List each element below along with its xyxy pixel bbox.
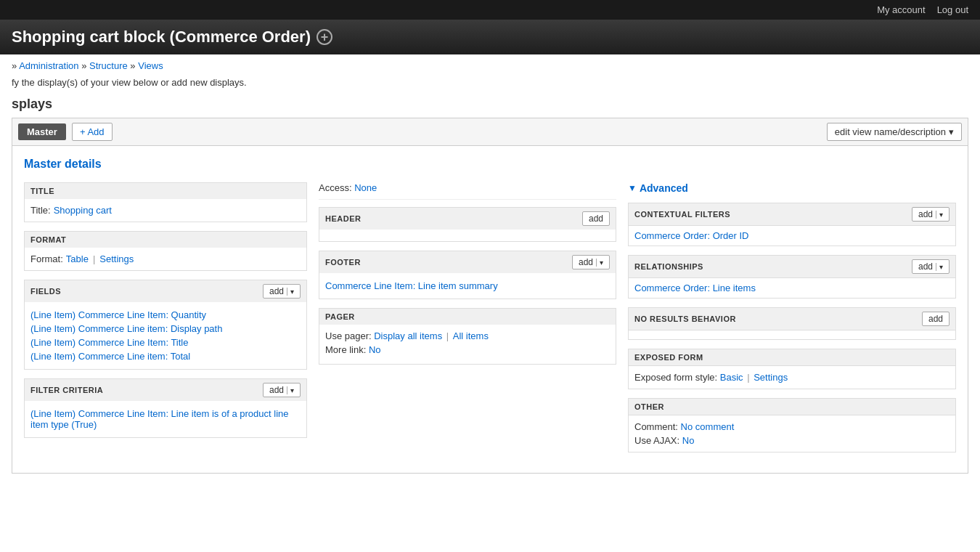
no-results-header: NO RESULTS BEHAVIOR add [628,307,956,330]
filter-add-button[interactable]: add ▾ [263,383,301,397]
breadcrumb-prefix: » [12,60,17,71]
other-body: Comment: No comment Use AJAX: No [628,415,956,452]
fields-section-body: (Line Item) Commerce Line Item: Quantity… [25,302,306,369]
other-section: OTHER Comment: No comment Use AJAX: No [628,398,956,452]
relationships-add-button[interactable]: add ▾ [912,259,950,274]
title-value-link[interactable]: Shopping cart [54,205,112,216]
top-bar: My account Log out [0,0,980,20]
fields-add-arrow[interactable]: ▾ [287,288,294,296]
format-settings-link[interactable]: Settings [99,253,134,264]
edit-view-button[interactable]: edit view name/description ▾ [827,123,962,141]
filter-criteria-label: FILTER CRITERIA [30,386,103,394]
breadcrumb-administration[interactable]: Administration [19,60,78,71]
fields-add-button[interactable]: add ▾ [263,284,301,299]
format-section-header: FORMAT [25,232,306,248]
displays-heading: splays [12,97,968,112]
access-label: Access: [319,182,352,193]
relationship-item[interactable]: Commerce Order: Line items [634,283,756,293]
footer-label: FOOTER [325,258,361,267]
exposed-form-label: EXPOSED FORM [634,353,703,362]
field-link-1[interactable]: (Line Item) Commerce Line item: Display … [30,323,222,334]
list-item: (Line Item) Commerce Line item: Display … [30,322,301,336]
add-display-button[interactable]: + Add [72,123,113,141]
contextual-filters-section: CONTEXTUAL FILTERS add ▾ Commerce Order:… [628,203,956,246]
master-tab[interactable]: Master [18,123,66,140]
no-results-body [628,330,956,340]
format-prefix-label: Format: [30,253,63,264]
footer-section: FOOTER add ▾ Commerce Line Item: Line it… [319,251,616,299]
filter-criteria-header: FILTER CRITERIA add ▾ [25,379,306,401]
filter-add-group: add ▾ [263,383,301,397]
other-header: OTHER [628,398,956,415]
comment-value[interactable]: No comment [681,421,735,432]
footer-item-link[interactable]: Commerce Line Item: Line item summary [325,280,498,291]
displays-section: splays Master + Add edit view name/descr… [0,97,980,485]
advanced-arrow-icon: ▼ [628,183,637,193]
no-results-add-button[interactable]: add [922,312,950,326]
exposed-form-body: Exposed form style: Basic | Settings [628,365,956,389]
exposed-settings-link[interactable]: Settings [754,372,788,383]
more-link-row: More link: No [325,344,610,355]
breadcrumb-views[interactable]: Views [138,60,163,71]
page-title-bar: Shopping cart block (Commerce Order) + [0,20,980,54]
contextual-add-arrow[interactable]: ▾ [936,211,943,219]
other-label: OTHER [634,402,664,411]
edit-view-label: edit view name/description [835,126,946,137]
breadcrumb: » Administration » Structure » Views [0,54,980,74]
fields-add-group: add ▾ [263,284,301,299]
title-prefix-label: Title: [30,205,51,216]
title-section-body: Title: Shopping cart [25,199,306,222]
contextual-filter-item[interactable]: Commerce Order: Order ID [634,230,748,241]
format-value-link[interactable]: Table [66,253,89,264]
no-results-label: NO RESULTS BEHAVIOR [634,314,736,323]
master-details-heading: Master details [24,158,956,171]
pager-pipe: | [446,330,452,341]
my-account-link[interactable]: My account [877,4,925,15]
list-item: (Line Item) Commerce Line item: Total [30,349,301,363]
access-value-link[interactable]: None [354,182,377,193]
header-add-button[interactable]: add [582,211,610,226]
list-item: (Line Item) Commerce Line Item: Title [30,336,301,349]
footer-add-arrow[interactable]: ▾ [596,259,603,267]
format-label: FORMAT [30,235,66,244]
contextual-add-button[interactable]: add ▾ [912,207,950,222]
list-item: Commerce Line Item: Line item summary [325,279,610,293]
display-all-link[interactable]: Display all items [374,330,442,341]
add-page-icon[interactable]: + [317,29,332,45]
ajax-row: Use AJAX: No [634,434,950,447]
all-items-link[interactable]: All items [453,330,489,341]
header-section-header: HEADER add [319,208,616,230]
field-link-0[interactable]: (Line Item) Commerce Line Item: Quantity [30,309,206,320]
header-label: HEADER [325,214,361,223]
fields-section-header: FIELDS add ▾ [25,280,306,302]
left-column: TITLE Title: Shopping cart FORMAT [24,182,307,447]
advanced-heading: ▼ Advanced [628,182,956,194]
advanced-label: Advanced [640,182,688,194]
exposed-pipe: | [747,372,752,383]
ajax-label: Use AJAX: [634,435,679,446]
filter-link-0[interactable]: (Line Item) Commerce Line Item: Line ite… [30,408,288,430]
header-section-body [319,230,616,241]
use-pager-label: Use pager: [325,330,372,341]
filter-criteria-section: FILTER CRITERIA add ▾ (Line Item) Commer… [24,378,307,438]
more-link-value[interactable]: No [369,344,381,355]
fields-label: FIELDS [30,287,61,296]
relationships-add-arrow[interactable]: ▾ [936,263,943,271]
exposed-style-value[interactable]: Basic [720,372,743,383]
log-out-link[interactable]: Log out [937,4,968,15]
right-column: ▼ Advanced CONTEXTUAL FILTERS add ▾ [628,182,956,461]
pager-section-body: Use pager: Display all items | All items… [319,325,616,364]
ajax-value[interactable]: No [682,435,695,446]
breadcrumb-structure[interactable]: Structure [89,60,128,71]
header-section: HEADER add [319,207,616,242]
filter-criteria-body: (Line Item) Commerce Line Item: Line ite… [25,401,306,437]
exposed-form-section: EXPOSED FORM Exposed form style: Basic |… [628,349,956,389]
footer-add-button[interactable]: add ▾ [572,255,610,269]
format-pipe: | [93,253,95,264]
middle-column: Access: None HEADER add FO [319,182,616,373]
field-link-3[interactable]: (Line Item) Commerce Line item: Total [30,351,190,362]
access-row: Access: None [319,182,616,200]
filter-add-arrow[interactable]: ▾ [287,386,294,394]
field-link-2[interactable]: (Line Item) Commerce Line Item: Title [30,337,188,348]
exposed-form-header: EXPOSED FORM [628,349,956,365]
